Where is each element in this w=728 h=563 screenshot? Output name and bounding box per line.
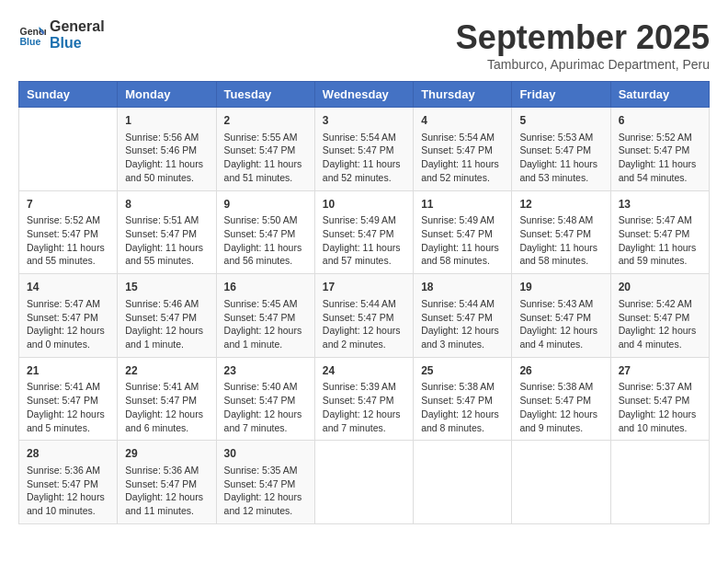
calendar-week-row: 7Sunrise: 5:52 AMSunset: 5:47 PMDaylight… xyxy=(19,190,710,274)
weekday-header: Thursday xyxy=(414,82,512,108)
sunrise-text: Sunrise: 5:52 AM xyxy=(619,132,692,143)
daylight-text: Daylight: 11 hours and 57 minutes. xyxy=(323,242,401,267)
day-number: 25 xyxy=(421,363,504,379)
calendar-cell xyxy=(512,441,610,524)
day-number: 1 xyxy=(125,113,208,129)
calendar-week-row: 1Sunrise: 5:56 AMSunset: 5:46 PMDaylight… xyxy=(19,108,710,191)
daylight-text: Daylight: 12 hours and 1 minute. xyxy=(125,325,203,350)
sunrise-text: Sunrise: 5:53 AM xyxy=(519,132,593,143)
sunrise-text: Sunrise: 5:41 AM xyxy=(125,381,199,392)
day-number: 30 xyxy=(224,446,307,462)
calendar-table: SundayMondayTuesdayWednesdayThursdayFrid… xyxy=(18,81,710,524)
sunrise-text: Sunrise: 5:52 AM xyxy=(27,214,100,225)
daylight-text: Daylight: 11 hours and 50 minutes. xyxy=(125,158,203,183)
sunset-text: Sunset: 5:47 PM xyxy=(421,228,493,239)
sunset-text: Sunset: 5:47 PM xyxy=(224,144,296,155)
day-number: 22 xyxy=(125,363,208,379)
day-number: 3 xyxy=(323,113,405,129)
day-number: 18 xyxy=(421,280,504,295)
calendar-week-row: 14Sunrise: 5:47 AMSunset: 5:47 PMDayligh… xyxy=(19,274,710,358)
day-number: 6 xyxy=(619,113,701,129)
sunrise-text: Sunrise: 5:36 AM xyxy=(27,465,100,476)
calendar-cell: 20Sunrise: 5:42 AMSunset: 5:47 PMDayligh… xyxy=(610,274,709,358)
day-number: 19 xyxy=(519,280,602,295)
day-number: 24 xyxy=(323,363,405,379)
sunset-text: Sunset: 5:47 PM xyxy=(27,312,98,323)
sunset-text: Sunset: 5:47 PM xyxy=(27,478,98,489)
calendar-cell: 26Sunrise: 5:38 AMSunset: 5:47 PMDayligh… xyxy=(512,357,610,441)
sunset-text: Sunset: 5:47 PM xyxy=(224,312,296,323)
daylight-text: Daylight: 12 hours and 4 minutes. xyxy=(619,325,697,350)
daylight-text: Daylight: 11 hours and 58 minutes. xyxy=(519,242,597,267)
sunrise-text: Sunrise: 5:49 AM xyxy=(323,214,396,225)
calendar-cell: 16Sunrise: 5:45 AMSunset: 5:47 PMDayligh… xyxy=(216,274,314,358)
calendar-cell: 13Sunrise: 5:47 AMSunset: 5:47 PMDayligh… xyxy=(610,190,709,274)
calendar-cell: 5Sunrise: 5:53 AMSunset: 5:47 PMDaylight… xyxy=(512,108,610,191)
sunset-text: Sunset: 5:47 PM xyxy=(125,312,197,323)
sunset-text: Sunset: 5:47 PM xyxy=(519,395,591,406)
daylight-text: Daylight: 12 hours and 7 minutes. xyxy=(224,408,302,433)
weekday-header: Wednesday xyxy=(314,82,413,108)
day-number: 20 xyxy=(619,280,701,295)
title-block: September 2025 Tamburco, Apurimac Depart… xyxy=(456,18,710,72)
sunrise-text: Sunrise: 5:54 AM xyxy=(323,132,396,143)
sunset-text: Sunset: 5:47 PM xyxy=(619,228,690,239)
weekday-header: Sunday xyxy=(19,82,118,108)
calendar-cell: 4Sunrise: 5:54 AMSunset: 5:47 PMDaylight… xyxy=(414,108,512,191)
sunrise-text: Sunrise: 5:38 AM xyxy=(519,381,593,392)
sunset-text: Sunset: 5:47 PM xyxy=(421,144,493,155)
sunrise-text: Sunrise: 5:43 AM xyxy=(519,298,593,309)
day-number: 4 xyxy=(421,113,504,129)
day-number: 28 xyxy=(27,446,109,462)
calendar-cell xyxy=(19,108,118,191)
calendar-cell: 18Sunrise: 5:44 AMSunset: 5:47 PMDayligh… xyxy=(414,274,512,358)
day-number: 27 xyxy=(619,363,701,379)
logo: General Blue General Blue xyxy=(18,18,105,52)
calendar-cell: 7Sunrise: 5:52 AMSunset: 5:47 PMDaylight… xyxy=(19,190,118,274)
svg-text:Blue: Blue xyxy=(20,36,41,47)
sunset-text: Sunset: 5:47 PM xyxy=(323,395,394,406)
sunset-text: Sunset: 5:47 PM xyxy=(421,312,493,323)
daylight-text: Daylight: 12 hours and 10 minutes. xyxy=(619,408,697,433)
sunrise-text: Sunrise: 5:48 AM xyxy=(519,214,593,225)
sunrise-text: Sunrise: 5:39 AM xyxy=(323,381,396,392)
sunset-text: Sunset: 5:47 PM xyxy=(27,228,98,239)
day-number: 15 xyxy=(125,280,208,295)
daylight-text: Daylight: 12 hours and 11 minutes. xyxy=(125,491,203,516)
daylight-text: Daylight: 11 hours and 51 minutes. xyxy=(224,158,302,183)
daylight-text: Daylight: 11 hours and 55 minutes. xyxy=(125,242,203,267)
sunset-text: Sunset: 5:47 PM xyxy=(421,395,493,406)
sunrise-text: Sunrise: 5:56 AM xyxy=(125,132,199,143)
day-number: 10 xyxy=(323,197,405,213)
sunset-text: Sunset: 5:47 PM xyxy=(125,228,197,239)
calendar-cell: 1Sunrise: 5:56 AMSunset: 5:46 PMDaylight… xyxy=(118,108,216,191)
sunrise-text: Sunrise: 5:51 AM xyxy=(125,214,199,225)
day-number: 29 xyxy=(125,446,208,462)
sunset-text: Sunset: 5:47 PM xyxy=(323,144,394,155)
day-number: 17 xyxy=(323,280,405,295)
sunrise-text: Sunrise: 5:55 AM xyxy=(224,132,298,143)
sunrise-text: Sunrise: 5:49 AM xyxy=(421,214,495,225)
sunset-text: Sunset: 5:46 PM xyxy=(125,144,197,155)
sunset-text: Sunset: 5:47 PM xyxy=(519,144,591,155)
calendar-cell: 30Sunrise: 5:35 AMSunset: 5:47 PMDayligh… xyxy=(216,441,314,524)
sunset-text: Sunset: 5:47 PM xyxy=(323,312,394,323)
sunrise-text: Sunrise: 5:36 AM xyxy=(125,465,199,476)
logo-blue: Blue xyxy=(50,35,105,52)
weekday-header: Friday xyxy=(512,82,610,108)
sunset-text: Sunset: 5:47 PM xyxy=(224,228,296,239)
sunset-text: Sunset: 5:47 PM xyxy=(125,478,197,489)
calendar-cell: 17Sunrise: 5:44 AMSunset: 5:47 PMDayligh… xyxy=(314,274,413,358)
daylight-text: Daylight: 12 hours and 8 minutes. xyxy=(421,408,499,433)
day-number: 16 xyxy=(224,280,307,295)
daylight-text: Daylight: 12 hours and 9 minutes. xyxy=(519,408,597,433)
daylight-text: Daylight: 11 hours and 55 minutes. xyxy=(27,242,105,267)
month-title: September 2025 xyxy=(456,18,710,57)
calendar-cell: 23Sunrise: 5:40 AMSunset: 5:47 PMDayligh… xyxy=(216,357,314,441)
calendar-cell: 6Sunrise: 5:52 AMSunset: 5:47 PMDaylight… xyxy=(610,108,709,191)
calendar-cell: 28Sunrise: 5:36 AMSunset: 5:47 PMDayligh… xyxy=(19,441,118,524)
sunrise-text: Sunrise: 5:54 AM xyxy=(421,132,495,143)
sunset-text: Sunset: 5:47 PM xyxy=(323,228,394,239)
daylight-text: Daylight: 11 hours and 58 minutes. xyxy=(421,242,499,267)
weekday-header: Saturday xyxy=(610,82,709,108)
